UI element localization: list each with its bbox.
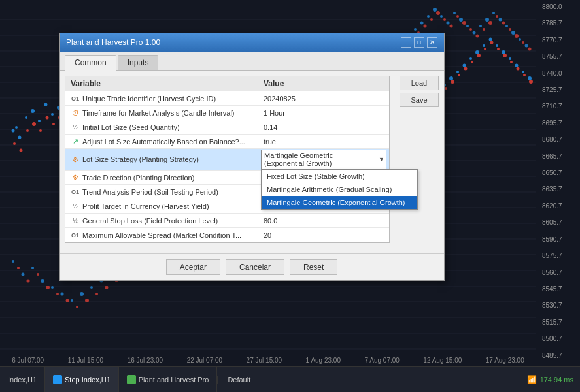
value-cell: 1 Hour (258, 106, 389, 120)
signal-icon: 📶 (527, 375, 537, 384)
variable-cell: O1 Unique Trade Identifier (Harvest Cycl… (65, 91, 258, 105)
dropdown-option-selected[interactable]: Martingale Geometric (Exponential Growth… (262, 196, 417, 209)
dropdown-arrow-icon: ▼ (379, 156, 384, 163)
default-label: Default (217, 376, 260, 384)
value-cell: 80.0 (258, 214, 389, 227)
dialog-footer: Aceptar Cancelar Reset (60, 253, 444, 280)
maximize-button[interactable]: □ (414, 37, 424, 48)
gear-icon: ⚙ (71, 173, 80, 182)
dropdown-option[interactable]: Martingale Arithmetic (Gradual Scaling) (262, 183, 417, 196)
bottom-tab-index[interactable]: Index,H1 (0, 367, 45, 392)
bottom-bar: Index,H1 Step Index,H1 Plant and Harvest… (0, 366, 580, 392)
tab-common[interactable]: Common (65, 55, 116, 71)
variable-cell: ½ General Stop Loss (Field Protection Le… (65, 214, 258, 227)
reset-button[interactable]: Reset (290, 259, 337, 275)
strategy-dropdown: Martingale Geometric (Exponential Growth… (261, 150, 386, 169)
arrow-icon: ↗ (71, 137, 80, 146)
table-row[interactable]: O1 Maximum Allowable Spread (Market Cond… (65, 228, 389, 242)
o1-icon: O1 (71, 188, 80, 197)
value-cell: 20 (258, 228, 389, 242)
table-header: Variable Value (65, 76, 389, 91)
ea-icon (127, 375, 136, 384)
dialog-title: Plant and Harvest Pro 1.00 (66, 38, 160, 47)
dropdown-option[interactable]: Fixed Lot Size (Stable Growth) (262, 170, 417, 183)
table-row[interactable]: ⏱ Timeframe for Market Analysis (Candle … (65, 106, 389, 120)
timer-icon: ⏱ (71, 108, 80, 118)
bottom-tab-step-index[interactable]: Step Index,H1 (45, 367, 119, 392)
accept-button[interactable]: Aceptar (166, 259, 220, 275)
table-row[interactable]: O1 Unique Trade Identifier (Harvest Cycl… (65, 91, 389, 106)
value-cell: true (258, 135, 389, 148)
close-button[interactable]: ✕ (427, 37, 437, 48)
cancel-button[interactable]: Cancelar (226, 259, 284, 275)
table-row[interactable]: ↗ Adjust Lot Size Automatically Based on… (65, 135, 389, 149)
dialog-overlay: Plant and Harvest Pro 1.00 − □ ✕ Common … (0, 0, 580, 392)
variable-cell: ½ Profit Target in Currency (Harvest Yie… (65, 199, 258, 213)
table-row[interactable]: ½ General Stop Loss (Field Protection Le… (65, 214, 389, 228)
side-buttons: Load Save (400, 76, 439, 107)
table-row[interactable]: ½ Initial Lot Size (Seed Quantity) 0.14 (65, 120, 389, 135)
variable-cell: ½ Initial Lot Size (Seed Quantity) (65, 120, 258, 134)
status-bar: 📶 174.94 ms (527, 375, 580, 384)
dialog-window: Plant and Harvest Pro 1.00 − □ ✕ Common … (59, 33, 445, 281)
table-row[interactable]: ⚙ Lot Size Strategy (Planting Strategy) … (65, 149, 389, 171)
value-cell: 20240825 (258, 91, 389, 105)
tab-label: Step Index,H1 (65, 376, 111, 384)
tab-inputs[interactable]: Inputs (118, 55, 159, 70)
value-cell[interactable]: Martingale Geometric (Exponential Growth… (258, 149, 389, 170)
dialog-tabs: Common Inputs (60, 52, 444, 71)
variable-cell: O1 Maximum Allowable Spread (Market Cond… (65, 228, 258, 242)
o1-icon: O1 (71, 231, 80, 240)
tab-label: Index,H1 (8, 376, 37, 384)
load-button[interactable]: Load (400, 76, 439, 90)
column-value: Value (258, 76, 389, 91)
dialog-controls: − □ ✕ (401, 37, 437, 48)
tab-label: Plant and Harvest Pro (139, 376, 209, 384)
gear-icon: ⚙ (71, 155, 80, 164)
variable-cell: ⚙ Trade Direction (Planting Direction) (65, 171, 258, 184)
latency-label: 174.94 ms (540, 376, 573, 384)
dialog-titlebar: Plant and Harvest Pro 1.00 − □ ✕ (60, 33, 444, 52)
value-cell: 0.14 (258, 120, 389, 134)
dropdown-popup: Fixed Lot Size (Stable Growth) Martingal… (261, 169, 418, 210)
fraction-icon: ½ (71, 202, 80, 211)
variable-cell: ↗ Adjust Lot Size Automatically Based on… (65, 135, 258, 148)
settings-table: Variable Value O1 Unique Trade Identifie… (65, 76, 390, 243)
variable-cell: ⏱ Timeframe for Market Analysis (Candle … (65, 106, 258, 120)
o1-icon: O1 (71, 94, 80, 103)
save-button[interactable]: Save (400, 93, 439, 107)
column-variable: Variable (65, 76, 258, 91)
dropdown-selected[interactable]: Martingale Geometric (Exponential Growth… (261, 150, 386, 169)
fraction-icon: ½ (71, 123, 80, 132)
bottom-tab-plant-harvest[interactable]: Plant and Harvest Pro (119, 367, 218, 392)
variable-cell: ⚙ Lot Size Strategy (Planting Strategy) (65, 149, 258, 170)
dialog-body: Variable Value O1 Unique Trade Identifie… (60, 71, 444, 253)
fraction-icon: ½ (71, 216, 80, 225)
variable-cell: O1 Trend Analysis Period (Soil Testing P… (65, 185, 258, 199)
chart-icon (53, 375, 62, 384)
minimize-button[interactable]: − (401, 37, 411, 48)
